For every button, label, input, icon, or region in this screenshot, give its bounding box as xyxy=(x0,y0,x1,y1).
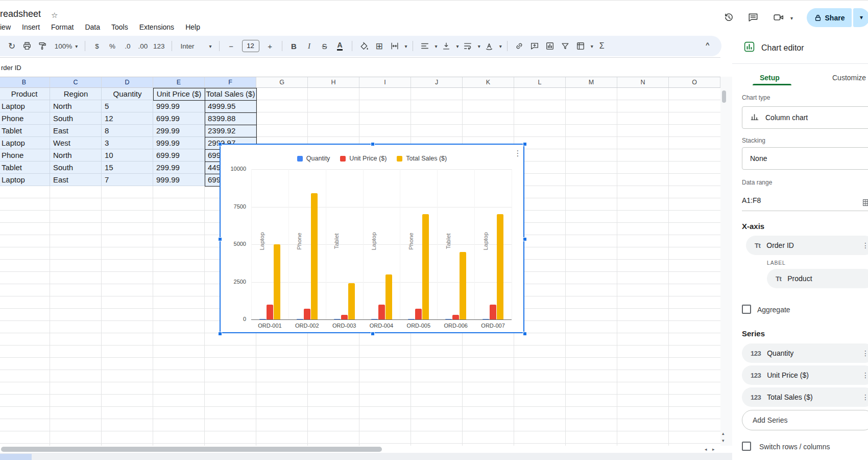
format-percent-button[interactable]: % xyxy=(106,39,119,53)
chart-resize-handle[interactable] xyxy=(218,332,222,336)
chart-resize-handle[interactable] xyxy=(371,332,375,336)
cell[interactable]: South xyxy=(50,162,102,174)
column-header-G[interactable]: G xyxy=(256,77,308,88)
version-history-icon[interactable] xyxy=(723,12,734,23)
paint-format-button[interactable] xyxy=(36,39,49,53)
collapse-toolbar-icon[interactable]: ^ xyxy=(706,41,710,49)
print-button[interactable] xyxy=(20,39,34,53)
vertical-scrollbar[interactable] xyxy=(722,90,726,103)
series-field-quantity[interactable]: 123Quantity⋮ xyxy=(742,343,868,363)
text-color-button[interactable]: A xyxy=(333,39,347,53)
chart-type-select[interactable]: Column chart xyxy=(742,106,868,129)
decrease-font-size-button[interactable]: − xyxy=(225,39,238,53)
zoom-select[interactable]: 100%▾ xyxy=(51,39,80,53)
share-button[interactable]: Share xyxy=(807,8,852,27)
cell[interactable]: East xyxy=(50,174,102,186)
cell[interactable]: 299.99 xyxy=(153,162,205,174)
font-select[interactable]: Inter▾ xyxy=(177,39,214,53)
column-header-M[interactable]: M xyxy=(566,77,617,88)
sheet-tab-partial[interactable] xyxy=(0,454,32,460)
cell[interactable]: 999.99 xyxy=(153,137,205,149)
insert-comment-button[interactable] xyxy=(528,39,541,53)
font-size-input[interactable]: 12 xyxy=(242,40,259,52)
cell[interactable]: Tablet xyxy=(0,125,50,137)
embedded-chart[interactable]: QuantityUnit Price ($)Total Sales ($) 02… xyxy=(220,144,524,333)
column-header-J[interactable]: J xyxy=(411,77,463,88)
scroll-left-icon[interactable]: ◂ xyxy=(705,447,707,452)
column-header-K[interactable]: K xyxy=(463,77,514,88)
x-axis-field[interactable]: Tt Order ID ⋮ xyxy=(746,236,868,255)
increase-font-size-button[interactable]: + xyxy=(263,39,277,53)
insert-chart-button[interactable] xyxy=(543,39,557,53)
cell[interactable]: 10 xyxy=(102,149,153,162)
cell[interactable]: 999.99 xyxy=(153,100,205,112)
cell[interactable]: North xyxy=(50,100,102,112)
aggregate-checkbox[interactable] xyxy=(742,305,751,314)
cell[interactable]: Laptop xyxy=(0,174,50,186)
cell[interactable]: 7 xyxy=(102,174,153,186)
field-menu-icon[interactable]: ⋮ xyxy=(862,241,868,249)
field-menu-icon[interactable]: ⋮ xyxy=(862,349,868,357)
insert-link-button[interactable] xyxy=(513,39,526,53)
tab-setup[interactable]: Setup xyxy=(760,74,780,82)
chart-resize-handle[interactable] xyxy=(371,142,375,146)
select-range-icon[interactable] xyxy=(862,198,868,209)
column-header-C[interactable]: C xyxy=(50,77,102,88)
bold-button[interactable]: B xyxy=(287,39,301,53)
column-header-O[interactable]: O xyxy=(669,77,720,88)
cell[interactable]: 15 xyxy=(102,162,153,174)
cell[interactable]: 5 xyxy=(102,100,153,112)
column-header-E[interactable]: E xyxy=(153,77,205,88)
caret-down-icon[interactable]: ▾ xyxy=(456,43,459,49)
scroll-right-icon[interactable]: ▸ xyxy=(712,447,715,452)
chart-resize-handle[interactable] xyxy=(218,142,222,146)
menu-help[interactable]: Help xyxy=(185,21,200,33)
chart-resize-handle[interactable] xyxy=(523,332,527,336)
horizontal-scrollbar[interactable] xyxy=(1,447,382,452)
cell[interactable]: 8 xyxy=(102,125,153,137)
menu-insert[interactable]: Insert xyxy=(22,21,40,33)
star-icon[interactable]: ☆ xyxy=(51,11,58,20)
chart-resize-handle[interactable] xyxy=(523,142,527,146)
tab-customize[interactable]: Customize xyxy=(832,74,866,82)
cell[interactable]: Laptop xyxy=(0,100,50,112)
column-header-N[interactable]: N xyxy=(617,77,669,88)
menu-format[interactable]: Format xyxy=(51,21,74,33)
chart-resize-handle[interactable] xyxy=(218,237,222,241)
cell[interactable]: 3 xyxy=(102,137,153,149)
data-range-input[interactable]: A1:F8 xyxy=(742,196,761,204)
cell[interactable]: Laptop xyxy=(0,137,50,149)
decrease-decimal-button[interactable]: .0 xyxy=(121,39,134,53)
filter-button[interactable] xyxy=(559,39,572,53)
name-box[interactable]: rder ID xyxy=(1,64,21,72)
merge-cells-button[interactable] xyxy=(388,39,401,53)
share-dropdown-button[interactable]: ▾ xyxy=(853,8,868,27)
cell[interactable]: West xyxy=(50,137,102,149)
series-field-total-sales-[interactable]: 123Total Sales ($)⋮ xyxy=(742,387,868,407)
add-series-button[interactable]: Add Series xyxy=(742,410,868,430)
column-header-I[interactable]: I xyxy=(359,77,411,88)
cell[interactable]: 699.99 xyxy=(153,149,205,162)
cell[interactable]: 699.99 xyxy=(153,112,205,125)
italic-button[interactable]: I xyxy=(303,39,316,53)
x-axis-label-field[interactable]: Tt Product xyxy=(767,269,868,288)
chart-resize-handle[interactable] xyxy=(523,237,527,241)
video-call-icon[interactable] xyxy=(773,12,784,23)
comments-icon[interactable] xyxy=(748,12,759,23)
document-title[interactable]: readsheet xyxy=(0,9,41,19)
switch-rows-columns-checkbox[interactable] xyxy=(742,442,751,451)
cell[interactable]: 299.99 xyxy=(153,125,205,137)
cell[interactable]: Quantity xyxy=(102,88,153,100)
cell[interactable]: South xyxy=(50,112,102,125)
caret-down-icon[interactable]: ▾ xyxy=(435,43,438,49)
redo-button[interactable]: ↻ xyxy=(5,39,18,53)
cell[interactable]: Product xyxy=(0,88,50,100)
pivot-table-button[interactable] xyxy=(574,39,587,53)
borders-button[interactable]: ⊞ xyxy=(373,39,386,53)
series-field-unit-price-[interactable]: 123Unit Price ($)⋮ xyxy=(742,365,868,385)
column-header-F[interactable]: F xyxy=(205,77,256,88)
cell[interactable]: East xyxy=(50,125,102,137)
field-menu-icon[interactable]: ⋮ xyxy=(862,371,868,379)
horizontal-align-button[interactable] xyxy=(418,39,431,53)
scroll-down-icon[interactable]: ▾ xyxy=(722,438,725,443)
